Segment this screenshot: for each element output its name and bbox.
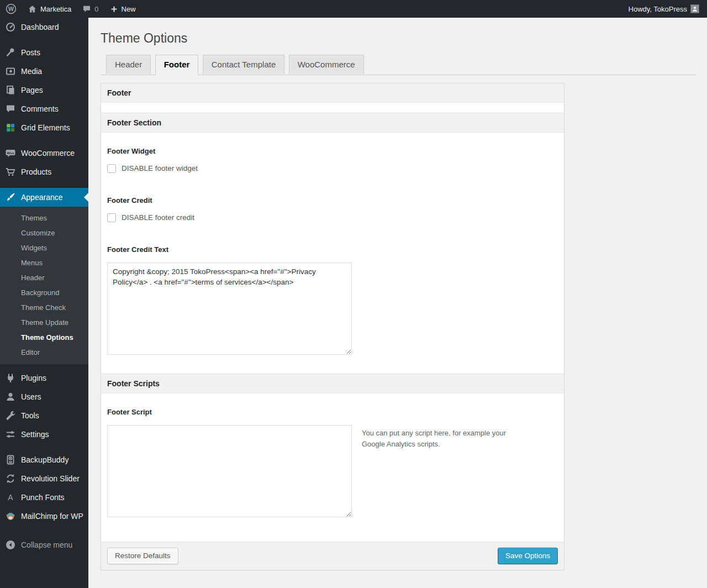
sidebar-item-collapse-menu[interactable]: Collapse menu [0, 536, 88, 554]
posts-icon [5, 47, 16, 58]
wordpress-logo-icon: W [6, 3, 17, 14]
sidebar-item-users[interactable]: Users [0, 387, 88, 406]
tab-footer[interactable]: Footer [155, 55, 199, 76]
mailchimp-icon [5, 511, 16, 522]
restore-defaults-button[interactable]: Restore Defaults [107, 548, 178, 564]
appearance-brush-icon [5, 192, 16, 203]
svg-text:W: W [8, 6, 14, 12]
sidebar-item-grid-elements[interactable]: Grid Elements [0, 118, 88, 137]
disable-footer-widget-label[interactable]: DISABLE footer widget [122, 164, 198, 172]
sidebar-label: Tools [21, 411, 39, 420]
footer-script-textarea[interactable] [107, 425, 352, 517]
comment-bubble-icon [82, 4, 91, 13]
howdy-label: Howdy, TokoPress [629, 5, 687, 13]
submenu-item-theme-options[interactable]: Theme Options [0, 330, 88, 345]
sidebar-item-products[interactable]: Products [0, 162, 88, 181]
submenu-item-themes[interactable]: Themes [0, 211, 88, 225]
tab-header[interactable]: Header [106, 55, 151, 75]
new-menu[interactable]: New [104, 0, 141, 18]
avatar [690, 4, 699, 13]
sidebar-label: Media [21, 67, 42, 76]
submenu-item-widgets[interactable]: Widgets [0, 240, 88, 255]
tools-wrench-icon [5, 410, 16, 421]
admin-bar: W Marketica 0 New Howdy, TokoPress [0, 0, 707, 18]
sidebar-label: Punch Fonts [21, 493, 65, 502]
sidebar-item-backupbuddy[interactable]: BackupBuddy [0, 450, 88, 469]
sidebar-item-comments[interactable]: Comments [0, 99, 88, 118]
disable-footer-credit-checkbox[interactable] [107, 213, 116, 222]
sidebar-label: Settings [21, 430, 49, 439]
wordpress-logo-menu[interactable]: W [0, 0, 22, 18]
products-cart-icon [5, 166, 16, 177]
submenu-item-header[interactable]: Header [0, 270, 88, 285]
comments-menu[interactable]: 0 [77, 0, 104, 18]
page-title: Theme Options [101, 18, 696, 47]
footer-credit-label: Footer Credit [107, 196, 558, 204]
sidebar-item-mailchimp[interactable]: MailChimp for WP [0, 507, 88, 526]
disable-footer-credit-label[interactable]: DISABLE footer credit [122, 213, 194, 222]
backupbuddy-icon [5, 454, 16, 465]
sidebar-label: Posts [21, 48, 40, 57]
pages-icon [5, 85, 16, 96]
panel-title: Footer [101, 83, 564, 103]
sidebar-item-plugins[interactable]: Plugins [0, 369, 88, 387]
sidebar-label: Users [21, 392, 41, 401]
home-icon [28, 4, 37, 14]
svg-text:Woo: Woo [7, 151, 14, 155]
tab-woocommerce[interactable]: WooCommerce [289, 55, 364, 75]
sidebar-item-dashboard[interactable]: Dashboard [0, 18, 88, 36]
sidebar-item-woocommerce[interactable]: Woo WooCommerce [0, 144, 88, 162]
sidebar-label: BackupBuddy [21, 455, 68, 464]
submenu-item-background[interactable]: Background [0, 285, 88, 300]
submenu-item-editor[interactable]: Editor [0, 345, 88, 360]
sidebar-label: WooCommerce [21, 149, 75, 158]
woocommerce-icon: Woo [5, 148, 16, 159]
sidebar-item-revolution-slider[interactable]: Revolution Slider [0, 469, 88, 488]
sidebar-item-posts[interactable]: Posts [0, 43, 88, 62]
tab-contact-template[interactable]: Contact Template [203, 55, 284, 75]
sidebar-label: Plugins [21, 374, 46, 382]
comments-icon [5, 103, 16, 114]
site-name-label: Marketica [40, 5, 71, 13]
sidebar-label: Pages [21, 86, 43, 95]
footer-options-panel: Footer Footer Section Footer Widget DISA… [101, 83, 564, 570]
svg-text:A: A [8, 493, 13, 502]
plus-icon [110, 5, 118, 13]
footer-scripts-body: Footer Script You can put any script her… [101, 393, 564, 542]
sidebar-item-appearance[interactable]: Appearance [0, 188, 88, 207]
sidebar-label: Appearance [21, 193, 63, 202]
submenu-item-menus[interactable]: Menus [0, 255, 88, 270]
submenu-item-theme-update[interactable]: Theme Update [0, 315, 88, 330]
appearance-submenu: Themes Customize Widgets Menus Header Ba… [0, 207, 88, 364]
footer-script-label: Footer Script [107, 408, 558, 416]
revolution-slider-icon [5, 473, 16, 484]
sidebar-item-settings[interactable]: Settings [0, 425, 88, 444]
sidebar-item-punch-fonts[interactable]: A Punch Fonts [0, 488, 88, 507]
sidebar-label: Dashboard [21, 23, 59, 32]
submenu-item-theme-check[interactable]: Theme Check [0, 300, 88, 315]
settings-sliders-icon [5, 429, 16, 440]
footer-script-help-text: You can put any script here, for example… [362, 425, 530, 517]
sidebar-item-pages[interactable]: Pages [0, 81, 88, 99]
footer-widget-label: Footer Widget [107, 147, 558, 155]
sidebar-label: Comments [21, 104, 59, 113]
users-icon [5, 391, 16, 402]
site-name-menu[interactable]: Marketica [22, 0, 77, 18]
disable-footer-widget-checkbox[interactable] [107, 164, 116, 173]
sidebar-item-tools[interactable]: Tools [0, 406, 88, 425]
grid-elements-icon [5, 122, 16, 133]
sidebar-item-media[interactable]: Media [0, 62, 88, 81]
submenu-item-customize[interactable]: Customize [0, 225, 88, 240]
punch-fonts-icon: A [5, 492, 16, 503]
footer-credit-text-textarea[interactable]: Copyright &copy; 2015 TokoPress<span><a … [107, 262, 352, 355]
save-options-button[interactable]: Save Options [498, 548, 558, 564]
howdy-account-menu[interactable]: Howdy, TokoPress [623, 0, 699, 18]
sidebar-label: Grid Elements [21, 123, 70, 132]
footer-section-body: Footer Widget DISABLE footer widget Foot… [101, 133, 564, 374]
comments-count: 0 [94, 5, 98, 13]
sidebar-label: Collapse menu [21, 540, 72, 549]
panel-actions: Restore Defaults Save Options [101, 542, 564, 570]
theme-options-tabs: Header Footer Contact Template WooCommer… [101, 55, 696, 75]
dashboard-icon [5, 22, 16, 33]
panel-spacer [101, 103, 564, 113]
